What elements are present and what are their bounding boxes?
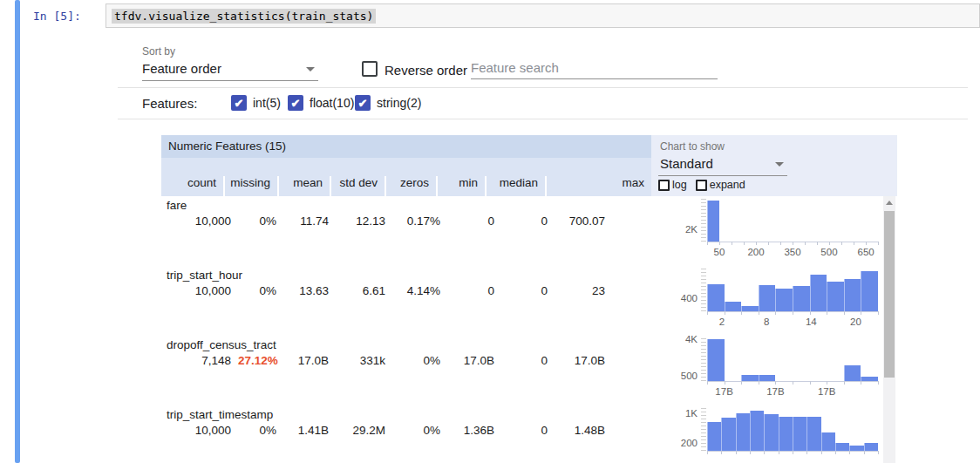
axis-tick-label: 650 xyxy=(857,247,874,257)
feature-type-label: string(2) xyxy=(377,96,421,110)
histogram-bar xyxy=(707,201,719,242)
histogram-bar xyxy=(844,279,861,311)
feature-values: 10,0000%11.7412.130.17%00700.07 xyxy=(161,214,651,228)
x-axis-tick xyxy=(821,451,822,454)
histogram-trip_start_hour: 281420400 xyxy=(651,266,897,336)
histogram-bar xyxy=(806,417,820,451)
stat-cell: 17.0B xyxy=(283,354,336,367)
sort-by-select[interactable]: Feature order xyxy=(142,59,318,81)
x-axis-tick xyxy=(707,381,708,385)
code-cell-input[interactable]: tfdv.visualize_statistics(train_stats) xyxy=(105,3,980,28)
feature-type-checkbox[interactable]: ✔int(5) xyxy=(231,95,281,111)
x-axis-tick xyxy=(844,381,845,385)
column-header: zeros xyxy=(385,176,436,196)
histogram-bar xyxy=(827,282,844,311)
triangle-up-icon xyxy=(886,201,893,205)
chart-panel-header: Chart to show Standard log expand xyxy=(651,135,897,196)
histogram-bar xyxy=(849,446,863,451)
feature-name: trip_start_timestamp xyxy=(161,407,651,422)
stat-cell: 13.63 xyxy=(283,284,336,297)
x-axis-tick xyxy=(806,451,807,454)
histogram-bar xyxy=(779,417,793,451)
histogram-bar xyxy=(741,306,759,311)
reverse-order-checkbox[interactable] xyxy=(362,61,378,77)
axis-tick-label: 400 xyxy=(651,293,698,304)
y-axis-ruler xyxy=(701,268,706,311)
x-axis-tick xyxy=(810,381,811,385)
feature-type-label: float(10) xyxy=(310,96,354,110)
stat-cell: 700.07 xyxy=(555,214,612,228)
column-header: median xyxy=(485,176,545,196)
x-axis-tick xyxy=(844,311,845,315)
charts-scrollbar[interactable] xyxy=(883,196,895,463)
table-body: fare10,0000%11.7412.130.17%00700.07trip_… xyxy=(161,196,651,463)
stat-cell: 6.61 xyxy=(336,284,392,297)
x-axis-tick xyxy=(768,242,769,245)
stat-cell: 29.2M xyxy=(336,424,392,437)
table-header-row: countmissingmeanstd devzerosminmedianmax xyxy=(161,158,651,196)
chevron-down-icon xyxy=(306,67,315,71)
feature-search-input[interactable] xyxy=(471,56,718,79)
selected-cell-indicator xyxy=(15,0,20,463)
log-checkbox[interactable]: log xyxy=(658,179,687,191)
stat-cell: 0 xyxy=(501,424,555,437)
x-axis-tick xyxy=(759,311,759,315)
x-axis-tick xyxy=(725,311,725,315)
x-axis-tick xyxy=(878,242,879,245)
stat-cell: 0% xyxy=(238,284,283,297)
checkbox-icon xyxy=(658,180,670,191)
checkbox-icon xyxy=(696,180,707,191)
histogram-bar xyxy=(707,339,725,381)
histogram-bar xyxy=(793,417,806,451)
histogram-bar xyxy=(707,422,721,451)
x-axis-tick xyxy=(779,451,779,454)
x-axis-tick xyxy=(861,311,861,315)
expand-checkbox[interactable]: expand xyxy=(696,179,745,191)
x-axis-tick xyxy=(864,451,865,454)
x-axis-tick xyxy=(736,451,737,454)
x-axis-tick xyxy=(775,381,776,385)
feature-type-checkbox[interactable]: ✔float(10) xyxy=(288,95,354,111)
stat-cell: 1.48B xyxy=(555,424,612,437)
x-axis-tick xyxy=(841,242,842,245)
chart-options: log expand xyxy=(658,179,745,191)
histogram-bar xyxy=(861,271,878,311)
axis-tick-label: 2K xyxy=(651,224,698,235)
x-axis-tick xyxy=(775,311,776,315)
chart-type-select[interactable]: Standard xyxy=(658,154,787,176)
notebook-output: In [5]: tfdv.visualize_statistics(train_… xyxy=(0,0,980,463)
feature-values: 10,0000%13.636.614.14%0023 xyxy=(161,284,651,297)
scrollbar-thumb[interactable] xyxy=(884,211,895,378)
axis-tick-label: 8 xyxy=(764,317,769,327)
histogram-fare: 502003505006502K xyxy=(651,196,897,266)
x-axis-tick xyxy=(756,242,757,245)
histogram-bar xyxy=(741,375,759,381)
x-axis-tick xyxy=(750,451,751,454)
axis-tick-label: 200 xyxy=(651,438,698,449)
plot-area xyxy=(707,407,878,452)
feature-type-label: int(5) xyxy=(253,96,281,110)
scroll-up-button[interactable] xyxy=(883,196,895,208)
checkbox-icon: ✔ xyxy=(355,95,371,111)
feature-type-checkbox[interactable]: ✔string(2) xyxy=(355,95,421,111)
axis-tick-label: 50 xyxy=(714,247,725,257)
histogram-bar xyxy=(721,418,735,451)
stat-cell: 1.41B xyxy=(283,424,336,437)
feature-values: 10,0000%1.41B29.2M0%1.36B01.48B xyxy=(161,424,651,437)
axis-tick-label: 500 xyxy=(820,247,837,257)
x-axis-tick xyxy=(725,381,725,385)
y-axis-ruler xyxy=(701,407,706,451)
stat-cell: 0 xyxy=(447,214,501,228)
column-header: mean xyxy=(277,176,330,196)
stat-cell: 11.74 xyxy=(283,214,336,228)
y-axis-ruler xyxy=(701,198,706,242)
x-axis-tick xyxy=(780,242,781,245)
histogram-bar xyxy=(861,377,878,381)
stat-cell: 0 xyxy=(447,284,501,297)
x-axis-tick xyxy=(861,381,861,385)
stat-cell: 17.0B xyxy=(555,354,612,367)
cell-prompt: In [5]: xyxy=(33,10,81,23)
feature-row: dropoff_census_tract7,14827.12%17.0B331k… xyxy=(161,336,651,405)
stat-cell: 1.36B xyxy=(447,424,501,437)
histogram-bar xyxy=(707,284,725,311)
